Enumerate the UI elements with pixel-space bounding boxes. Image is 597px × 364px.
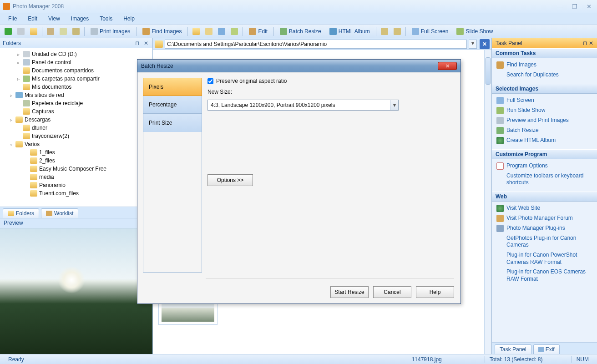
link-full-screen[interactable]: Full Screen — [494, 96, 595, 106]
dialog-tabs: Pixels Percentage Print Size — [143, 78, 202, 273]
up-button[interactable] — [28, 26, 39, 37]
tree-node[interactable]: Capturas — [1, 107, 152, 116]
tree-node[interactable]: 1_files — [1, 148, 152, 157]
path-close-button[interactable]: ✕ — [480, 39, 490, 49]
tree-node[interactable]: Tuenti.com_files — [1, 189, 152, 197]
tree-node[interactable]: Panoramio — [1, 181, 152, 189]
tab-pixels[interactable]: Pixels — [143, 78, 202, 96]
tree-node[interactable]: Papelera de reciclaje — [1, 99, 152, 107]
menu-tools[interactable]: Tools — [95, 14, 117, 23]
link-find-images[interactable]: Find Images — [494, 60, 595, 70]
link-customize-toolbars[interactable]: Customize toolbars or keyboard shortcuts — [494, 171, 595, 188]
dialog-titlebar[interactable]: Batch Resize ✕ — [137, 60, 460, 72]
close-panel-icon[interactable]: ✕ — [589, 40, 593, 46]
link-batch-resize[interactable]: Batch Resize — [494, 126, 595, 136]
expand-icon[interactable]: ▹ — [8, 117, 14, 122]
folder-button[interactable] — [191, 26, 202, 37]
cancel-button[interactable]: Cancel — [373, 286, 411, 298]
tree-node[interactable]: Easy Music Composer Free — [1, 165, 152, 173]
thumbs-button[interactable] — [216, 26, 227, 37]
tab-print-size[interactable]: Print Size — [143, 114, 202, 132]
list-button[interactable] — [229, 26, 240, 37]
link-powershot-raw[interactable]: Plug-in for Canon PowerShot Cameras RAW … — [494, 250, 595, 267]
cut-button[interactable] — [45, 26, 56, 37]
paste-button[interactable] — [71, 26, 81, 37]
path-input[interactable] — [165, 40, 467, 49]
tree-node[interactable]: dtuner — [1, 124, 152, 132]
link-canon-getphotos[interactable]: GetPhotos Plug-in for Canon Cameras — [494, 233, 595, 250]
expand-icon[interactable]: ▿ — [8, 142, 14, 147]
pin-icon[interactable]: ⊓ — [134, 40, 141, 46]
redo-button[interactable] — [392, 26, 403, 37]
close-button[interactable]: ✕ — [584, 2, 594, 11]
menu-view[interactable]: View — [44, 14, 65, 23]
fullscreen-button[interactable]: Full Screen — [409, 26, 452, 37]
expand-icon[interactable]: ▹ — [15, 60, 21, 65]
find-button[interactable]: Find Images — [139, 26, 185, 37]
tree-label: 2_files — [39, 157, 55, 164]
forward-button[interactable] — [15, 26, 26, 37]
link-website[interactable]: Visit Web Site — [494, 203, 595, 213]
tree-node[interactable]: ▹Mis sitios de red — [1, 91, 152, 99]
undo-button[interactable] — [379, 26, 390, 37]
tree-node[interactable]: trayconizerw(2) — [1, 132, 152, 140]
dialog-close-button[interactable]: ✕ — [438, 62, 457, 70]
tree-node[interactable]: ▹Panel de control — [1, 58, 152, 66]
tab-worklist[interactable]: Worklist — [41, 208, 78, 218]
pin-icon[interactable]: ⊓ — [583, 40, 587, 46]
minimize-button[interactable]: — — [554, 2, 566, 11]
tree-node[interactable]: Mis documentos — [1, 83, 152, 91]
menu-help[interactable]: Help — [119, 14, 139, 23]
menu-images[interactable]: Images — [66, 14, 93, 23]
tab-folders[interactable]: Folders — [3, 208, 39, 218]
options-button[interactable]: Options >> — [207, 174, 253, 186]
tree-node[interactable]: ▹Descargas — [1, 116, 152, 124]
help-button[interactable]: Help — [416, 286, 454, 298]
close-panel-icon[interactable]: ✕ — [142, 40, 150, 46]
slideshow-label: Slide Show — [465, 28, 493, 35]
tree-node[interactable]: ▿Varios — [1, 140, 152, 148]
expand-icon[interactable]: ▹ — [15, 52, 21, 57]
tab-task-panel[interactable]: Task Panel — [495, 344, 531, 354]
menu-edit[interactable]: Edit — [23, 14, 42, 23]
link-eos-raw[interactable]: Plug-in for Canon EOS Cameras RAW Format — [494, 267, 595, 284]
tree-node[interactable]: media — [1, 173, 152, 181]
new-size-select[interactable]: 4:3, Landscape 1200x900, Portrait 900x12… — [207, 100, 399, 111]
tree-node[interactable]: ▹Unidad de CD (D:) — [1, 50, 152, 58]
link-search-duplicates[interactable]: Search for Duplicates — [494, 70, 595, 80]
slideshow-button[interactable]: Slide Show — [453, 26, 496, 37]
start-resize-button[interactable]: Start Resize — [330, 286, 369, 298]
tree-node[interactable]: 2_files — [1, 157, 152, 165]
print-button[interactable]: Print Images — [87, 26, 133, 37]
folder-icon — [23, 67, 30, 74]
folder-icon — [15, 92, 23, 98]
preview-pane — [0, 228, 152, 354]
tree-label: Panoramio — [39, 182, 66, 188]
tab-percentage[interactable]: Percentage — [143, 96, 202, 114]
tab-exif[interactable]: Exif — [533, 344, 560, 354]
menu-file[interactable]: File — [4, 14, 21, 23]
link-slide-show[interactable]: Run Slide Show — [494, 106, 595, 116]
link-preview-print[interactable]: Preview and Print Images — [494, 116, 595, 126]
tree-node[interactable]: ▹Mis carpetas para compartir — [1, 75, 152, 83]
batch-button[interactable]: Batch Resize — [277, 26, 324, 37]
link-forum[interactable]: Visit Photo Manager Forum — [494, 213, 595, 223]
expand-icon[interactable]: ▹ — [15, 76, 21, 81]
back-button[interactable] — [3, 26, 14, 37]
link-html-album[interactable]: Create HTML Album — [494, 136, 595, 146]
html-button[interactable]: HTML Album — [326, 26, 373, 37]
newfolder-button[interactable] — [203, 26, 214, 37]
tree-node[interactable]: Documentos compartidos — [1, 66, 152, 75]
copy-button[interactable] — [58, 26, 69, 37]
tree-label: dtuner — [32, 125, 47, 131]
folder-tree[interactable]: ▹Unidad de CD (D:)▹Panel de controlDocum… — [0, 48, 152, 207]
expand-icon[interactable]: ▹ — [8, 93, 14, 98]
path-dropdown[interactable]: ▾ — [469, 40, 477, 49]
scrollbar[interactable] — [484, 50, 491, 354]
tree-label: media — [39, 174, 54, 180]
link-program-options[interactable]: Program Options — [494, 161, 595, 171]
preserve-aspect-checkbox[interactable] — [207, 78, 213, 84]
edit-button[interactable]: Edit — [246, 26, 271, 37]
link-plugins[interactable]: Photo Manager Plug-ins — [494, 223, 595, 233]
maximize-button[interactable]: ❐ — [569, 2, 580, 11]
